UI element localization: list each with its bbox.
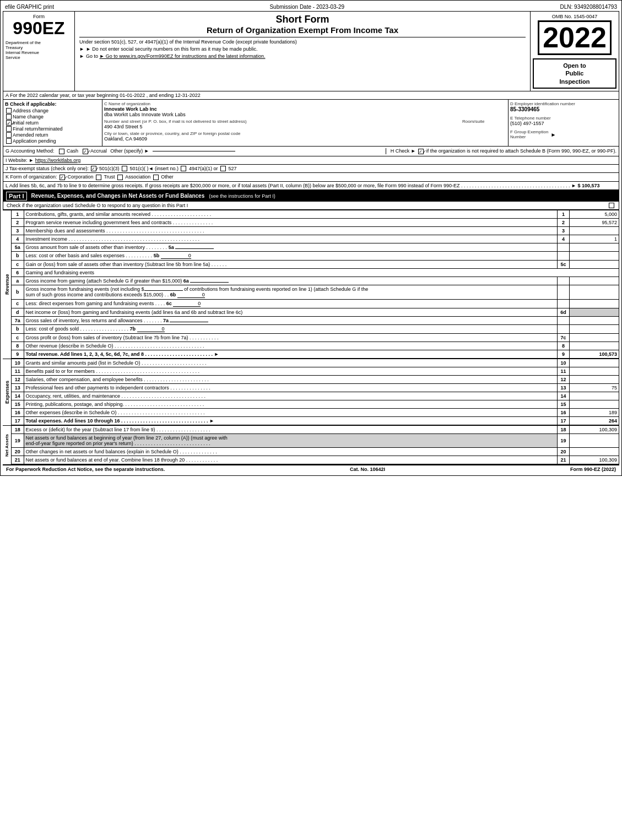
expenses-table: 10 Grants and similar amounts paid (list… [12, 359, 619, 425]
k-other-checkbox[interactable] [153, 175, 159, 180]
line-val [570, 324, 619, 333]
net-assets-label: Net Assets [3, 425, 12, 464]
name-change-checkbox[interactable] [6, 114, 12, 120]
line-num: 9 [12, 350, 24, 358]
line-num: 6 [12, 268, 24, 277]
part1-check-checkbox[interactable] [609, 203, 614, 208]
revenue-table-wrap: 1 Contributions, gifts, grants, and simi… [12, 210, 619, 359]
line-ref [558, 243, 570, 251]
k-assoc-label: Association [125, 174, 152, 180]
line-desc: Less: cost or other basis and sales expe… [24, 251, 558, 260]
title-main: Short Form [79, 14, 526, 25]
line-desc: Excess or (deficit) for the year (Subtra… [24, 425, 558, 433]
i-url[interactable]: https://workitlabs.org [35, 158, 81, 163]
revenue-table: 1 Contributions, gifts, grants, and simi… [12, 210, 619, 359]
j-501c3-checkbox[interactable]: ✓ [91, 166, 96, 171]
room-label: Room/suite [462, 119, 506, 124]
line-desc: Investment income . . . . . . . . . . . … [24, 235, 558, 243]
line-val [570, 260, 619, 268]
line-val: 100,573 [570, 350, 619, 358]
line-val [570, 299, 619, 308]
table-row: 21 Net assets or fund balances at end of… [12, 456, 619, 464]
j-527-checkbox[interactable] [220, 166, 226, 171]
line-num: b [12, 285, 24, 299]
line-val: 5,000 [570, 210, 619, 218]
amended-return-label: Amended return [13, 132, 48, 138]
address-change-checkbox[interactable] [6, 108, 12, 113]
line-num: 18 [12, 425, 24, 433]
line-num: 15 [12, 400, 24, 408]
line-val [570, 333, 619, 342]
table-row: a Gross income from gaming (attach Sched… [12, 277, 619, 285]
line-ref [558, 277, 570, 285]
k-other-label: Other [161, 174, 174, 180]
line-ref: 5c [558, 260, 570, 268]
address-change-label: Address change [13, 108, 48, 113]
table-row: 2 Program service revenue including gove… [12, 218, 619, 226]
line-val: 189 [570, 408, 619, 416]
line-val [570, 226, 619, 235]
open-to-public: Open to Public Inspection [533, 58, 616, 89]
section-bcd: B Check if applicable: Address change Na… [3, 100, 619, 147]
city-value: Oakland, CA 94609 [104, 136, 506, 142]
j-527-label: 527 [228, 166, 236, 171]
other-label: Other (specify) ► [110, 148, 149, 154]
accrual-checkbox[interactable]: ✓ [83, 149, 88, 154]
instruction3: ►Go to ► Go to www.irs.gov/Form990EZ for… [79, 53, 526, 59]
check-name-change: Name change [5, 114, 100, 120]
k-assoc-checkbox[interactable] [117, 175, 123, 180]
k-trust-checkbox[interactable] [96, 175, 101, 180]
section-b: B Check if applicable: Address change Na… [3, 100, 102, 146]
final-return-checkbox[interactable] [6, 126, 12, 132]
line-val [570, 308, 619, 316]
line-ref [558, 251, 570, 260]
line-val [570, 359, 619, 367]
line-num: 20 [12, 447, 24, 456]
section-l: L Add lines 5b, 6c, and 7b to line 9 to … [3, 182, 619, 191]
line-num: a [12, 277, 24, 285]
line-ref: 9 [558, 350, 570, 358]
address-value: 490 43rd Street 5 [104, 124, 460, 129]
check-address-change: Address change [5, 108, 100, 113]
table-row: d Net income or (loss) from gaming and f… [12, 308, 619, 316]
j-4947-checkbox[interactable] [181, 166, 186, 171]
line-ref: 2 [558, 218, 570, 226]
line-desc: Professional fees and other payments to … [24, 383, 558, 392]
g-label: G Accounting Method: [6, 148, 55, 154]
part1-area: Part I Revenue, Expenses, and Changes in… [3, 191, 619, 464]
table-row: 7a Gross sales of inventory, less return… [12, 316, 619, 324]
expenses-label: Expenses [3, 359, 12, 425]
amended-return-checkbox[interactable] [6, 132, 12, 138]
line-desc: Occupancy, rent, utilities, and maintena… [24, 392, 558, 400]
cash-checkbox[interactable] [59, 149, 64, 154]
line-ref: 20 [558, 447, 570, 456]
application-pending-checkbox[interactable] [6, 138, 12, 144]
section-a: A For the 2022 calendar year, or tax yea… [3, 91, 619, 100]
line-ref: 21 [558, 456, 570, 464]
line-ref: 7c [558, 333, 570, 342]
j-501c-checkbox[interactable] [122, 166, 127, 171]
h-checkbox[interactable]: ✓ [418, 149, 424, 154]
k-corp-checkbox[interactable]: ✓ [60, 175, 65, 180]
line-num: c [12, 260, 24, 268]
line-desc: Gross amount from sale of assets other t… [24, 243, 558, 251]
part1-label: Part I [6, 192, 27, 200]
line-desc: Other changes in net assets or fund bala… [24, 447, 558, 456]
section-b-label: B Check if applicable: [5, 101, 100, 107]
line-val [570, 367, 619, 375]
j-501c-label: 501(c)( )◄ (insert no.) [129, 166, 180, 171]
form-number-section: Form 990EZ Department of the Treasury In… [3, 12, 75, 91]
line-num: 14 [12, 392, 24, 400]
line-num: 17 [12, 416, 24, 425]
net-assets-table: 18 Excess or (deficit) for the year (Sub… [12, 425, 619, 464]
line-ref: 17 [558, 416, 570, 425]
initial-return-checkbox[interactable]: ✓ [6, 120, 12, 126]
part1-check-row: Check if the organization used Schedule … [3, 202, 619, 210]
section-j: J Tax-exempt status (check only one): ✓ … [3, 165, 619, 174]
footer-right: Form 990-EZ (2022) [570, 467, 616, 472]
line-val: 264 [570, 416, 619, 425]
initial-return-label: Initial return [13, 120, 39, 126]
line-ref [558, 316, 570, 324]
c-label: C Name of organization [104, 101, 506, 106]
line-val [570, 285, 619, 299]
